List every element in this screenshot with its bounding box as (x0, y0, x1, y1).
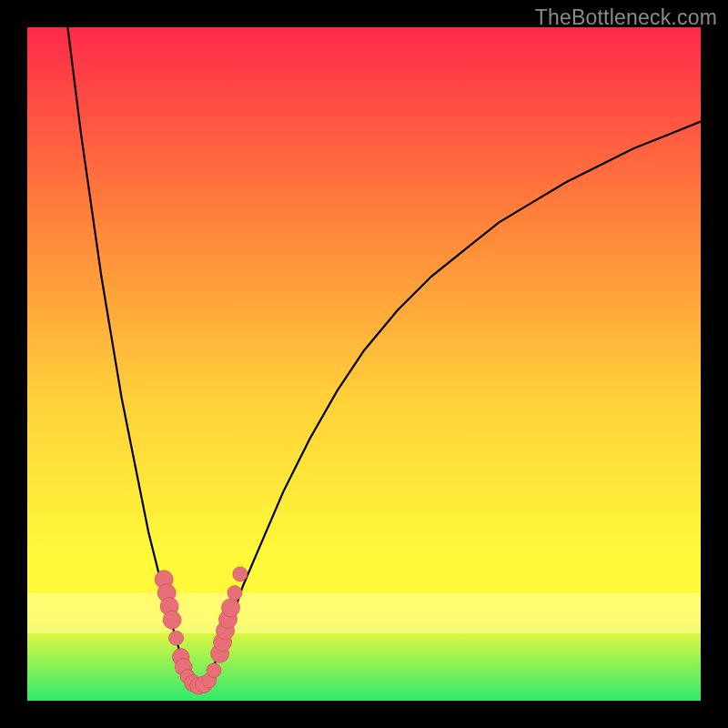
data-point (228, 586, 242, 601)
chart-frame (27, 27, 701, 701)
data-point (207, 663, 221, 678)
data-point (233, 567, 248, 581)
data-point (221, 599, 239, 617)
data-point (169, 631, 184, 645)
data-point (163, 611, 181, 629)
highlight-band (27, 593, 701, 633)
watermark-text: TheBottleneck.com (535, 5, 717, 30)
bottleneck-chart (27, 27, 701, 701)
